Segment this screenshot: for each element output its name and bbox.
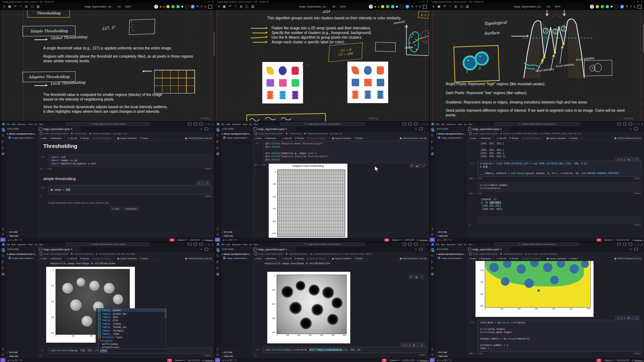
save-icon[interactable]: ▣: [223, 5, 226, 8]
menu-view[interactable]: View: [28, 243, 33, 246]
account-icon[interactable]: [216, 348, 219, 351]
notebook-file-item[interactable]: image_segmentation.i...: [220, 256, 251, 260]
menu-file[interactable]: File: [221, 123, 225, 125]
kernel-picker[interactable]: ▣KNCVU (Python 3.11.11): [614, 257, 641, 260]
toggle-sidebar-icon[interactable]: [194, 243, 197, 246]
recorder-badge[interactable]: [170, 238, 175, 242]
indentation-status[interactable]: Spaces: 4: [604, 239, 614, 241]
shape-tool-icon[interactable]: ◇: [419, 5, 421, 8]
split-cell-icon[interactable]: ⊞: [413, 344, 415, 346]
tab-notebook[interactable]: image_segmentation.ipynb●: [466, 126, 511, 132]
modified-dot-icon[interactable]: ●: [500, 248, 502, 250]
nav-back-icon[interactable]: ←: [269, 243, 271, 246]
shape-tool-icon[interactable]: ◇: [634, 5, 636, 8]
menu-edit[interactable]: Edit: [226, 243, 230, 246]
breadcrumbs[interactable]: image_segmentation.ipynb›M↓watershed alg…: [37, 252, 215, 256]
sidebar-more-icon[interactable]: ⋯: [247, 248, 249, 250]
outline-section[interactable]: ›OUTLINE: [435, 350, 466, 354]
toggle-sidebar-icon[interactable]: [623, 122, 626, 125]
execute-below-icon[interactable]: ▷: [624, 317, 626, 319]
tab-notebook[interactable]: image_segmentation.ipynb●: [466, 246, 511, 252]
maximize-button[interactable]: □: [208, 123, 210, 125]
recorder-badge[interactable]: [384, 238, 389, 242]
laser-tool-icon[interactable]: ∇: [154, 5, 158, 9]
menu-view[interactable]: View: [457, 123, 462, 125]
close-button[interactable]: ×: [641, 1, 643, 3]
more-actions-icon[interactable]: ⋯: [417, 344, 419, 346]
color-yellow[interactable]: [596, 5, 599, 8]
breadcrumbs[interactable]: image_segmentation.ipynb›M↓watershed alg…: [466, 252, 644, 256]
problems-status[interactable]: ⊘1⚠650: [437, 239, 451, 241]
new-page-icon[interactable]: ▢: [460, 5, 463, 8]
recorder-badge[interactable]: [596, 359, 601, 362]
toggle-sidebar-icon[interactable]: [623, 243, 626, 246]
text-tool-icon[interactable]: T: [630, 5, 632, 8]
run-cell-icon[interactable]: ▷∨: [42, 155, 45, 158]
source-control-icon[interactable]: [216, 260, 219, 264]
run-cell-icon[interactable]: ▷∨: [256, 348, 259, 351]
suggestion-item[interactable]: ƒgetNumThreads: [96, 346, 166, 349]
close-button[interactable]: ×: [426, 1, 428, 3]
nav-forward-icon[interactable]: →: [487, 123, 490, 125]
tab-more-icon[interactable]: ⋯: [640, 127, 642, 130]
pen-tool-icon[interactable]: [191, 5, 195, 9]
source-control-icon[interactable]: [431, 140, 434, 143]
color-green[interactable]: [601, 5, 604, 8]
outline-section[interactable]: ›OUTLINE: [6, 350, 36, 354]
indentation-status[interactable]: Spaces: 4: [390, 359, 399, 361]
cell-position-status[interactable]: Cell 4 of 5: [190, 239, 200, 241]
color-cyan[interactable]: [176, 5, 180, 8]
outline-button[interactable]: ≡Outline: [140, 137, 148, 139]
extensions-icon[interactable]: [431, 272, 434, 276]
modified-dot-icon[interactable]: ●: [71, 248, 72, 250]
tab-settings-gear-icon[interactable]: [629, 248, 632, 251]
minimize-button[interactable]: –: [420, 243, 421, 246]
close-button[interactable]: ×: [212, 123, 213, 125]
color-black[interactable]: [614, 5, 618, 9]
output-more-icon[interactable]: ⋯: [420, 275, 424, 279]
menu-go[interactable]: Go: [35, 123, 38, 125]
jupyter-variables-button[interactable]: ▦Jupyter Variables: [547, 137, 566, 139]
breadcrumbs[interactable]: image_segmentation.ipynb›M↓watershed alg…: [252, 252, 430, 256]
settings-gear-icon[interactable]: [431, 233, 434, 236]
color-cyan[interactable]: [391, 5, 394, 8]
recorder-badge[interactable]: [596, 238, 601, 242]
lightbulb-icon[interactable]: [51, 189, 53, 191]
sidebar-more-icon[interactable]: ⋯: [33, 128, 35, 130]
source-control-icon[interactable]: [216, 140, 219, 143]
toggle-panel-icon[interactable]: [188, 243, 191, 246]
breadcrumbs[interactable]: image_segmentation.ipynb›M↓Thresholding›…: [37, 132, 215, 135]
undo-icon[interactable]: ↶: [443, 5, 446, 8]
menu-go[interactable]: Go: [249, 123, 252, 125]
text-tool-icon[interactable]: T: [415, 5, 417, 8]
minimize-button[interactable]: –: [634, 243, 636, 246]
search-icon[interactable]: [431, 134, 434, 137]
redo-icon[interactable]: ↷: [234, 5, 237, 8]
menu-selection[interactable]: Selection: [17, 123, 26, 125]
toggle-sidebar-icon[interactable]: [194, 122, 197, 125]
menu-more[interactable]: ⋯: [45, 243, 47, 246]
indentation-status[interactable]: Spaces: 4: [604, 359, 614, 361]
execute-below-icon[interactable]: ▷: [624, 158, 626, 161]
project-folder[interactable]: ∨IMAGE SEGMENTATION U...: [435, 252, 466, 256]
timeline-section[interactable]: ›TIMELINE: [220, 234, 251, 238]
extensions-icon[interactable]: [216, 272, 219, 276]
menu-edit[interactable]: Edit: [12, 243, 16, 246]
menu-file[interactable]: File: [436, 243, 439, 246]
menu-run[interactable]: Run: [254, 123, 258, 125]
tab-notebook[interactable]: image_segmentation.ipynb●: [37, 246, 82, 252]
active-code-cell[interactable]: ▷∨ image = cv2 [ ]Python: [39, 185, 212, 197]
toggle-panel-icon[interactable]: [617, 243, 621, 246]
jupyter-variables-button[interactable]: ▦Jupyter Variables: [547, 257, 566, 260]
run-all-button[interactable]: ▷Run All: [68, 257, 77, 260]
add-code-button[interactable]: + Code: [254, 257, 262, 260]
run-debug-icon[interactable]: [431, 146, 434, 149]
timeline-section[interactable]: ›TIMELINE: [435, 234, 466, 238]
notebook-file-item[interactable]: image_segmentation.i...: [6, 136, 36, 140]
settings-gear-icon[interactable]: [216, 233, 219, 236]
restart-button[interactable]: ↻Restart: [80, 137, 89, 139]
close-button[interactable]: ×: [641, 123, 643, 125]
project-folder[interactable]: ∨IMAGE SEGMENTATION U...: [220, 252, 251, 256]
close-button[interactable]: ×: [426, 123, 428, 125]
run-debug-icon[interactable]: [1, 146, 5, 149]
